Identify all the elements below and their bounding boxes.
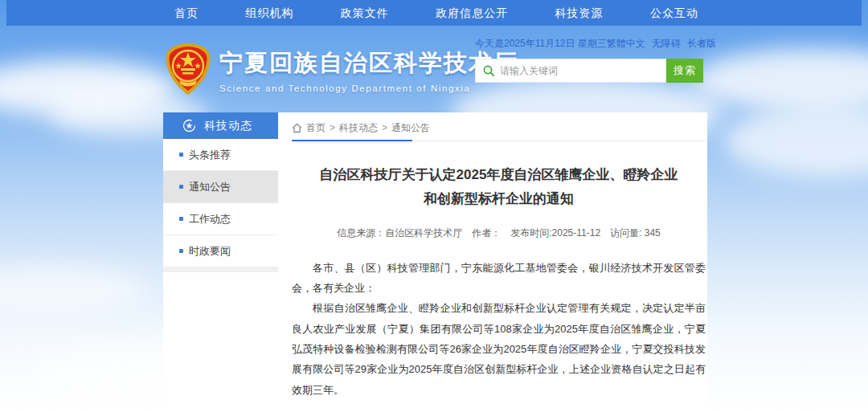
main-container: 科技动态 头条推荐 通知公告 工作动态 时政要闻 首页 bbox=[163, 112, 707, 412]
nav-item-public-interaction[interactable]: 公众互动 bbox=[639, 0, 710, 26]
header-right: 今天是2025年11月12日 星期三 繁體中文 无障碍 长者版 搜索 bbox=[475, 37, 703, 83]
article-body: 各市、县（区）科技管理部门，宁东能源化工基地管委会，银川经济技术开发区管委会，各… bbox=[292, 258, 706, 400]
breadcrumb-home[interactable]: 首页 bbox=[306, 121, 326, 135]
article-title-line2: 和创新型标杆企业的通知 bbox=[292, 187, 706, 211]
breadcrumb: 首页 > 科技动态 > 通知公告 bbox=[292, 116, 706, 140]
sidebar-item-headlines[interactable]: 头条推荐 bbox=[163, 139, 278, 171]
search-input[interactable] bbox=[500, 65, 659, 76]
nav-item-policy-documents[interactable]: 政策文件 bbox=[330, 0, 400, 26]
bullet-icon bbox=[179, 217, 183, 221]
link-elderly-version[interactable]: 长者版 bbox=[687, 37, 716, 51]
site-title-en: Science and Technology Department of Nin… bbox=[219, 84, 518, 93]
cloud-decoration bbox=[0, 265, 145, 313]
nav-item-home[interactable]: 首页 bbox=[163, 0, 210, 26]
sidebar: 科技动态 头条推荐 通知公告 工作动态 时政要闻 bbox=[163, 112, 278, 272]
sidebar-item-current-affairs[interactable]: 时政要闻 bbox=[163, 235, 278, 267]
meta-publish-time: 发布时间:2025-11-12 bbox=[510, 226, 600, 240]
nav-item-sci-tech-resources[interactable]: 科技资源 bbox=[544, 0, 615, 26]
quick-links: 繁體中文 无障碍 长者版 bbox=[607, 37, 716, 51]
search-bar: 搜索 bbox=[475, 59, 703, 83]
site-header: 宁夏回族自治区科学技术厅 Science and Technology Depa… bbox=[163, 35, 707, 112]
sidebar-header: 科技动态 bbox=[163, 112, 278, 139]
sidebar-item-label: 头条推荐 bbox=[189, 148, 231, 162]
link-accessibility[interactable]: 无障碍 bbox=[652, 37, 681, 51]
cloud-decoration bbox=[723, 104, 868, 177]
national-emblem-logo bbox=[163, 42, 213, 98]
search-box bbox=[475, 59, 666, 83]
breadcrumb-notices[interactable]: 通知公告 bbox=[391, 121, 430, 135]
search-icon bbox=[482, 64, 495, 77]
article-paragraph: 各市、县（区）科技管理部门，宁东能源化工基地管委会，银川经济技术开发区管委会，各… bbox=[292, 258, 706, 299]
meta-source: 信息来源：自治区科学技术厅 bbox=[337, 226, 462, 240]
article-title-line1: 自治区科技厅关于认定2025年度自治区雏鹰企业、瞪羚企业 bbox=[292, 163, 706, 187]
meta-visit-count: 访问量: 345 bbox=[610, 226, 661, 240]
sidebar-item-notices[interactable]: 通知公告 bbox=[163, 171, 278, 203]
breadcrumb-separator: > bbox=[330, 122, 335, 133]
bullet-icon bbox=[179, 153, 183, 157]
content-area: 首页 > 科技动态 > 通知公告 自治区科技厅关于认定2025年度自治区雏鹰企业… bbox=[278, 112, 707, 412]
link-traditional-chinese[interactable]: 繁體中文 bbox=[607, 37, 645, 51]
article-meta: 信息来源：自治区科学技术厅 作者： 发布时间:2025-11-12 访问量: 3… bbox=[292, 226, 706, 240]
site-brand[interactable]: 宁夏回族自治区科学技术厅 Science and Technology Depa… bbox=[163, 42, 518, 98]
breadcrumb-divider bbox=[292, 140, 706, 141]
current-date-text: 今天是2025年11月12日 星期三 bbox=[475, 37, 607, 51]
breadcrumb-underline bbox=[292, 140, 412, 141]
bullet-icon bbox=[179, 185, 183, 189]
nav-item-gov-info-disclosure[interactable]: 政府信息公开 bbox=[424, 0, 519, 26]
breadcrumb-separator: > bbox=[382, 122, 387, 133]
top-nav-bar: 首页 组织机构 政策文件 政府信息公开 科技资源 公众互动 bbox=[6, 0, 862, 26]
sidebar-item-work-updates[interactable]: 工作动态 bbox=[163, 203, 278, 235]
nav-item-organization[interactable]: 组织机构 bbox=[234, 0, 305, 26]
article-paragraph: 根据自治区雏鹰企业、瞪羚企业和创新型标杆企业认定管理有关规定，决定认定半亩良人农… bbox=[292, 298, 706, 400]
sidebar-item-label: 通知公告 bbox=[189, 180, 231, 194]
article-title: 自治区科技厅关于认定2025年度自治区雏鹰企业、瞪羚企业 和创新型标杆企业的通知 bbox=[292, 163, 706, 211]
search-button[interactable]: 搜索 bbox=[666, 59, 703, 83]
brand-text: 宁夏回族自治区科学技术厅 Science and Technology Depa… bbox=[219, 47, 518, 93]
sidebar-title: 科技动态 bbox=[204, 119, 252, 133]
home-icon bbox=[292, 123, 302, 133]
star-circle-icon bbox=[182, 119, 196, 133]
site-title: 宁夏回族自治区科学技术厅 bbox=[219, 47, 518, 80]
bullet-icon bbox=[179, 249, 183, 253]
meta-author: 作者： bbox=[472, 226, 501, 240]
sidebar-item-label: 工作动态 bbox=[189, 212, 231, 226]
sidebar-item-label: 时政要闻 bbox=[189, 244, 231, 259]
top-nav-items: 首页 组织机构 政策文件 政府信息公开 科技资源 公众互动 bbox=[163, 0, 710, 26]
top-utility-row: 今天是2025年11月12日 星期三 繁體中文 无障碍 长者版 bbox=[475, 37, 703, 51]
breadcrumb-sci-tech-news[interactable]: 科技动态 bbox=[339, 121, 378, 135]
